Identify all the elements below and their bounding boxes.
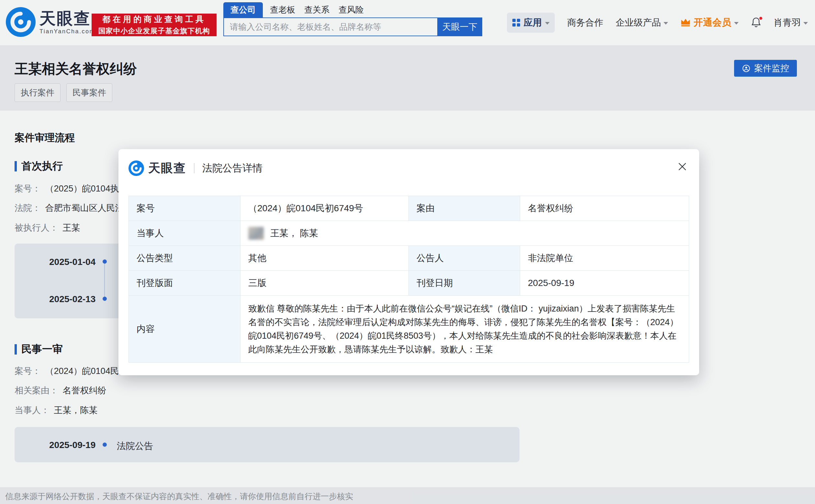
nav-apps-label: 应用 bbox=[524, 16, 542, 29]
nav-apps[interactable]: 应用 bbox=[507, 13, 555, 33]
announcement-type-label: 公告类型 bbox=[129, 246, 240, 271]
modal-brand: 天眼查 bbox=[148, 160, 186, 176]
cause-value: 名誉权纠纷 bbox=[520, 196, 689, 221]
table-row: 当事人 王某， 陈某 bbox=[129, 221, 689, 246]
announcer-label: 公告人 bbox=[409, 246, 520, 271]
tab-boss[interactable]: 查老板 bbox=[265, 2, 300, 17]
blue-bar bbox=[15, 344, 17, 355]
close-icon bbox=[677, 161, 688, 172]
publish-date-value: 2025-09-19 bbox=[520, 271, 689, 296]
publish-page-label: 刊登版面 bbox=[129, 271, 240, 296]
grid-icon bbox=[512, 18, 521, 27]
nav-vip[interactable]: 开通会员 bbox=[680, 16, 739, 29]
case-no-label: 案号 bbox=[129, 196, 240, 221]
publish-page-value: 三版 bbox=[240, 271, 409, 296]
announcement-detail-table: 案号 （2024）皖0104民初6749号 案由 名誉权纠纷 当事人 王某， 陈… bbox=[128, 196, 689, 363]
tab-relation[interactable]: 查关系 bbox=[300, 2, 334, 17]
case1-name: 首次执行 bbox=[21, 159, 63, 173]
table-row: 案号 （2024）皖0104民初6749号 案由 名誉权纠纷 bbox=[129, 196, 689, 221]
tag-civil-case: 民事案件 bbox=[66, 83, 112, 102]
chevron-down-icon bbox=[734, 22, 739, 25]
timeline-date: 2025-02-13 bbox=[49, 294, 95, 304]
brand-domain: TianYanCha.com bbox=[39, 28, 95, 35]
timeline-court-announcement-link[interactable]: 法院公告 bbox=[117, 440, 153, 452]
case1-heading: 首次执行 bbox=[15, 159, 63, 173]
modal-close-button[interactable] bbox=[675, 159, 689, 174]
parties-label: 当事人 bbox=[129, 221, 240, 246]
case-monitor-button[interactable]: 案件监控 bbox=[734, 60, 797, 77]
brand-name: 天眼查 bbox=[39, 9, 95, 27]
chevron-down-icon bbox=[803, 22, 808, 25]
chevron-down-icon bbox=[664, 22, 668, 25]
search-tabs: 查公司 查老板 查关系 查风险 bbox=[223, 5, 482, 17]
divider bbox=[194, 163, 194, 173]
section-title: 案件审理流程 bbox=[15, 131, 75, 145]
timeline-dot bbox=[103, 297, 107, 301]
court-announcement-modal: 天眼查 法院公告详情 案号 （2024）皖0104民初6749号 案由 名誉权纠… bbox=[118, 149, 699, 375]
case2-timeline-panel: 2025-09-19 法院公告 bbox=[15, 427, 520, 462]
case2-name: 民事一审 bbox=[21, 342, 63, 356]
timeline-date: 2025-09-19 bbox=[49, 440, 95, 450]
search-button[interactable]: 天眼一下 bbox=[437, 17, 482, 36]
header: 天眼查 TianYanCha.com 都在用的商业查询工具 国家中小企业发展子基… bbox=[0, 0, 815, 45]
footer-disclaimer: 信息来源于网络公开数据，天眼查不保证内容的真实性、准确性，请你使用信息前自行进一… bbox=[5, 491, 353, 502]
parties-value: 王某， 陈某 bbox=[270, 227, 318, 239]
tag-execution-case: 执行案件 bbox=[15, 83, 61, 102]
content-label: 内容 bbox=[129, 296, 240, 363]
promo-line1: 都在用的商业查询工具 bbox=[102, 14, 206, 25]
case2-cause: 相关案由： 名誉权纠纷 bbox=[15, 385, 106, 396]
monitor-icon bbox=[742, 64, 751, 73]
nav-biz-label: 商务合作 bbox=[567, 16, 603, 29]
page-title: 王某相关名誉权纠纷 bbox=[15, 60, 137, 78]
notification-bell[interactable] bbox=[751, 17, 761, 28]
modal-header: 天眼查 法院公告详情 bbox=[128, 160, 262, 176]
nav-enterprise-label: 企业级产品 bbox=[616, 16, 661, 29]
parties-cell: 王某， 陈某 bbox=[240, 221, 689, 246]
cause-label: 案由 bbox=[409, 196, 520, 221]
tab-company[interactable]: 查公司 bbox=[223, 2, 263, 17]
chevron-down-icon bbox=[545, 22, 550, 25]
case-tags: 执行案件 民事案件 bbox=[15, 83, 112, 102]
timeline-date: 2025-01-04 bbox=[49, 257, 95, 267]
promo-line2: 国家中小企业发展子基金旗下机构 bbox=[98, 26, 210, 36]
content-value: 致歉信 尊敬的陈某先生：由于本人此前在微信公众号“娱记在线”（微信ID： yuj… bbox=[240, 296, 689, 363]
logo[interactable]: 天眼查 TianYanCha.com bbox=[6, 7, 95, 37]
case1-case-number: 案号： （2025）皖0104执 bbox=[15, 183, 119, 194]
table-row: 刊登版面 三版 刊登日期 2025-09-19 bbox=[129, 271, 689, 296]
search-area: 查公司 查老板 查关系 查风险 天眼一下 bbox=[223, 5, 482, 36]
timeline-dot bbox=[103, 259, 107, 264]
crown-icon bbox=[680, 18, 691, 27]
table-row: 内容 致歉信 尊敬的陈某先生：由于本人此前在微信公众号“娱记在线”（微信ID： … bbox=[129, 296, 689, 363]
case2-heading: 民事一审 bbox=[15, 342, 63, 356]
case2-case-number: 案号： （2024）皖0104民 bbox=[15, 365, 119, 377]
blue-bar bbox=[15, 161, 17, 171]
table-row: 公告类型 其他 公告人 非法院单位 bbox=[129, 246, 689, 271]
nav-business-cooperation[interactable]: 商务合作 bbox=[567, 16, 603, 29]
header-nav: 应用 商务合作 企业级产品 开通会员 bbox=[507, 0, 808, 45]
tianyancha-logo-icon bbox=[128, 160, 144, 176]
promo-badge: 都在用的商业查询工具 国家中小企业发展子基金旗下机构 bbox=[92, 14, 216, 36]
nav-user[interactable]: 肖青羽 bbox=[774, 16, 808, 29]
case2-parties: 当事人： 王某，陈某 bbox=[15, 404, 98, 416]
publish-date-label: 刊登日期 bbox=[409, 271, 520, 296]
case1-court: 法院： 合肥市蜀山区人民法 bbox=[15, 202, 124, 214]
announcement-type-value: 其他 bbox=[240, 246, 409, 271]
case-no-value: （2024）皖0104民初6749号 bbox=[240, 196, 409, 221]
modal-title: 法院公告详情 bbox=[202, 161, 262, 175]
nav-vip-label: 开通会员 bbox=[694, 16, 731, 29]
notification-dot bbox=[759, 16, 763, 20]
username: 肖青羽 bbox=[774, 16, 801, 29]
tianyancha-page: 天眼查 TianYanCha.com 都在用的商业查询工具 国家中小企业发展子基… bbox=[0, 0, 815, 504]
announcer-value: 非法院单位 bbox=[520, 246, 689, 271]
case1-executee: 被执行人： 王某 bbox=[15, 222, 80, 234]
case-monitor-label: 案件监控 bbox=[754, 62, 789, 74]
timeline-connector bbox=[104, 264, 105, 299]
nav-enterprise-products[interactable]: 企业级产品 bbox=[616, 16, 668, 29]
timeline-dot bbox=[103, 443, 107, 447]
avatar bbox=[248, 227, 264, 240]
tab-risk[interactable]: 查风险 bbox=[334, 2, 368, 17]
search-input[interactable] bbox=[223, 17, 437, 36]
tianyancha-logo-icon bbox=[6, 7, 36, 37]
